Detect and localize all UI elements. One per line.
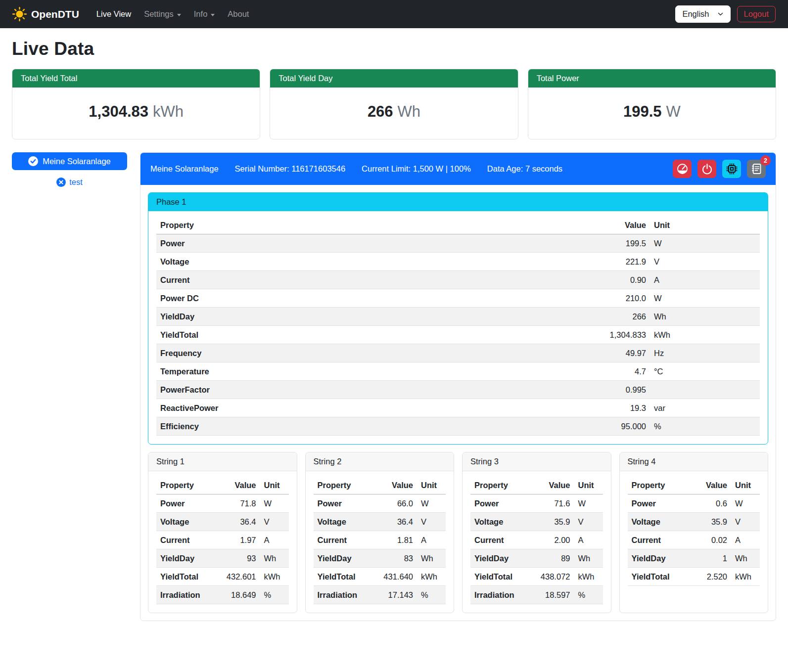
phase-1-card: Phase 1 Property Value Unit P [148,192,768,445]
table-cell-unit: kWh [650,326,760,344]
device-info-button[interactable] [722,160,741,178]
table-cell-value: 83 [371,549,417,568]
inverter-actions: 2 [673,160,766,178]
table-row: Temperature4.7°C [156,362,760,381]
table-cell-property: Voltage [628,513,686,531]
table-cell-value: 49.97 [586,344,650,362]
nav-about[interactable]: About [221,5,255,23]
table-cell-property: Voltage [314,513,372,531]
nav-settings-label: Settings [144,9,174,19]
table-cell-property: Voltage [156,513,215,531]
table-cell-property: YieldDay [156,308,586,326]
table-row: YieldDay89Wh [470,549,603,568]
table-cell-property: Power [470,494,529,513]
table-row: Irradiation18.597% [470,586,603,604]
inverter-card-header: Meine Solaranlage Serial Number: 1161716… [140,153,776,185]
table-cell-value: 1 [686,549,731,568]
nav-about-label: About [228,9,249,19]
inverter-card-body: Phase 1 Property Value Unit P [140,185,776,621]
table-cell-unit: Wh [417,549,446,568]
table-cell-value: 2.520 [686,568,731,586]
inverter-sidebar: Meine Solaranlage test [12,152,127,187]
power-toggle-button[interactable] [697,160,716,178]
col-header-unit: Unit [650,216,760,234]
table-cell-property: Power [156,494,215,513]
table-cell-property: Current [156,271,586,289]
table-cell-unit: % [417,586,446,604]
col-header-property: Property [628,476,686,494]
limit-settings-button[interactable] [673,160,692,178]
table-cell-property: Current [156,531,215,549]
col-header-unit: Unit [260,476,289,494]
nav-settings[interactable]: Settings [138,5,187,23]
total-yield-total-value: 1,304.83 [89,103,148,120]
string-3-header: String 3 [463,452,611,471]
table-cell-property: Voltage [156,253,586,271]
table-row: Power66.0W [314,494,446,513]
table-row: Voltage35.9V [470,513,603,531]
event-count-badge: 2 [760,155,771,166]
table-cell-property: YieldTotal [314,568,372,586]
table-cell-value: 35.9 [529,513,574,531]
table-cell-unit: V [650,253,760,271]
check-circle-icon [28,156,38,166]
col-header-unit: Unit [417,476,446,494]
sidebar-item-meine-solaranlage[interactable]: Meine Solaranlage [12,152,127,170]
table-cell-value: 438.072 [529,568,574,586]
table-cell-value: 4.7 [586,362,650,381]
table-cell-value: 432.601 [215,568,260,586]
inverter-serial: Serial Number: 116171603546 [235,164,346,174]
table-cell-unit: Wh [731,549,760,568]
string-4-card: String 4 Property Value Unit [619,452,769,613]
sidebar-item-label: Meine Solaranlage [43,157,111,166]
col-header-property: Property [156,216,586,234]
table-cell-property: Irradiation [314,586,372,604]
nav-info-label: Info [194,9,208,19]
phase-1-header: Phase 1 [148,193,768,211]
logout-button[interactable]: Logout [737,6,776,22]
sidebar-item-test[interactable]: test [12,178,127,187]
table-cell-value: 0.02 [686,531,731,549]
total-yield-day-value: 266 [368,103,393,120]
nav-info[interactable]: Info [187,5,222,23]
speedometer-icon [677,163,688,175]
phase-table: Property Value Unit Power199.5WVoltage22… [156,216,760,436]
journal-text-icon [751,163,762,175]
string-4-header: String 4 [620,452,768,471]
col-header-property: Property [314,476,372,494]
table-cell-property: Efficiency [156,417,586,436]
table-cell-property: PowerFactor [156,381,586,399]
table-row: ReactivePower19.3var [156,399,760,417]
table-cell-value: 19.3 [586,399,650,417]
string-3-card: String 3 Property Value Unit [462,452,611,613]
event-log-button[interactable]: 2 [747,160,766,178]
col-header-value: Value [529,476,574,494]
table-row: Voltage221.9V [156,253,760,271]
table-cell-property: Current [628,531,686,549]
col-header-value: Value [371,476,417,494]
table-cell-property: Irradiation [156,586,215,604]
table-cell-unit: W [574,494,603,513]
table-cell-property: ReactivePower [156,399,586,417]
table-cell-property: YieldTotal [156,326,586,344]
table-cell-unit [650,381,760,399]
phase-1-body: Property Value Unit Power199.5WVoltage22… [148,211,768,444]
table-cell-unit: °C [650,362,760,381]
card-total-yield-day-header: Total Yield Day [270,69,517,88]
table-header-row: Property Value Unit [156,476,289,494]
table-row: Current1.97A [156,531,289,549]
inverter-card: Meine Solaranlage Serial Number: 1161716… [140,152,776,621]
nav-live-view[interactable]: Live View [90,5,138,23]
table-cell-value: 1,304.833 [586,326,650,344]
summary-cards-row: Total Yield Total 1,304.83kWh Total Yiel… [12,69,776,139]
table-cell-value: 1.81 [371,531,417,549]
table-row: Power71.8W [156,494,289,513]
brand[interactable]: OpenDTU [12,7,79,21]
table-row: Current2.00A [470,531,603,549]
nav-live-view-label: Live View [96,9,131,19]
table-cell-unit: A [650,271,760,289]
table-cell-property: Power DC [156,289,586,308]
cpu-icon [726,163,738,175]
language-select[interactable]: English [675,5,730,23]
nav-links: Live View Settings Info About [90,5,676,23]
